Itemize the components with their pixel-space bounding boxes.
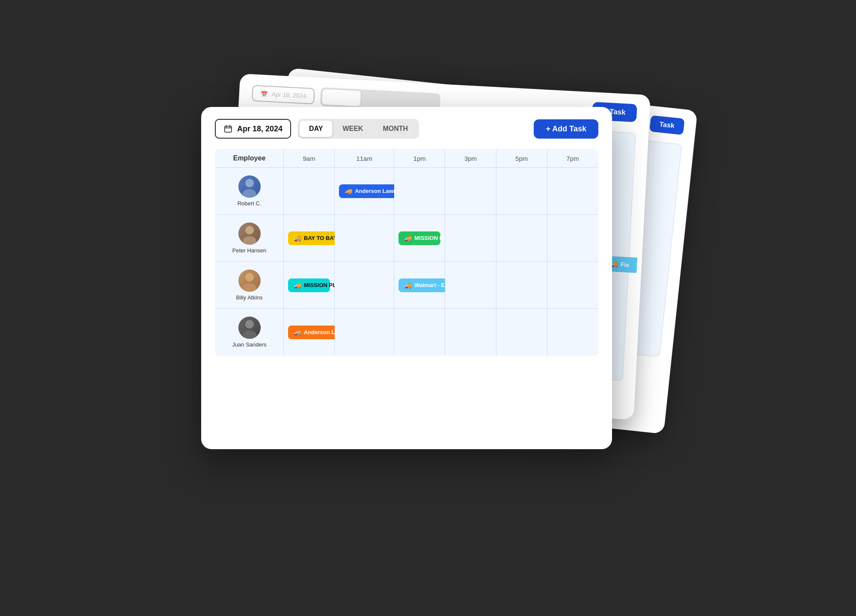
- time-cell-peter-7pm: [547, 215, 598, 262]
- svg-point-7: [243, 236, 256, 245]
- card-front: Apr 18, 2024 DAY WEEK MONTH + Add Task E…: [201, 107, 612, 449]
- header-5pm: 5pm: [496, 149, 547, 168]
- svg-point-9: [243, 283, 256, 292]
- employee-cell-robert: Robert C.: [215, 168, 284, 215]
- time-cell-billy-9am: 🚚 MISSION PL: [284, 262, 335, 309]
- table-row: Peter Hansen 🚚 BAY TO BAY Boat Club 🚚 MI…: [215, 215, 598, 262]
- svg-rect-0: [225, 126, 232, 132]
- header-11am: 11am: [335, 149, 394, 168]
- view-week-button[interactable]: WEEK: [333, 121, 372, 137]
- employee-cell-juan: Juan Sanders: [215, 309, 284, 356]
- time-cell-peter-11am: [335, 215, 394, 262]
- view-month-button[interactable]: MONTH: [373, 121, 417, 137]
- header-1pm: 1pm: [394, 149, 445, 168]
- truck-icon: 🚚: [404, 282, 412, 289]
- time-cell-juan-1pm: [394, 309, 445, 356]
- table-row: Billy Atkins 🚚 MISSION PL 🚚 Walmart - Ed…: [215, 262, 598, 309]
- time-cell-peter-3pm: [445, 215, 496, 262]
- time-cell-billy-1pm: 🚚 Walmart - Eden Prairie - Fix: [394, 262, 445, 309]
- task-pill-mission-billy[interactable]: 🚚 MISSION PL: [288, 278, 330, 292]
- add-task-button[interactable]: + Add Task: [534, 119, 598, 139]
- table-row: Juan Sanders 🚚 Anderson Lawn Maintenance…: [215, 309, 598, 356]
- scene: 📅 Apr 18, 2024 Task 📅 Apr 18, 2024: [193, 73, 663, 543]
- header-employee: Employee: [215, 149, 284, 168]
- truck-icon: 🚚: [294, 329, 301, 336]
- date-value: Apr 18, 2024: [237, 124, 282, 133]
- svg-point-6: [245, 226, 254, 234]
- time-cell-billy-5pm: [496, 262, 547, 309]
- view-day-button[interactable]: DAY: [300, 121, 332, 137]
- avatar-juan: [238, 317, 261, 339]
- time-cell-robert-11am: 🚚 Anderson Lawn Maintenance Inc.: [335, 168, 394, 215]
- header-7pm: 7pm: [547, 149, 598, 168]
- time-cell-billy-11am: [335, 262, 394, 309]
- top-bar: Apr 18, 2024 DAY WEEK MONTH + Add Task: [215, 119, 598, 139]
- employee-name-billy: Billy Atkins: [220, 294, 279, 301]
- view-toggle: DAY WEEK MONTH: [298, 119, 419, 139]
- avatar-billy: [238, 270, 261, 292]
- time-cell-peter-5pm: [496, 215, 547, 262]
- table-header-row: Employee 9am 11am 1pm 3pm 5pm 7pm: [215, 149, 598, 168]
- time-cell-juan-9am: 🚚 Anderson Lawn Maintenance Inc.: [284, 309, 335, 356]
- time-cell-peter-1pm: 🚚 MISSION PL: [394, 215, 445, 262]
- back-add-task-button[interactable]: Task: [649, 115, 685, 135]
- calendar-icon: [223, 124, 233, 133]
- avatar-robert: [238, 175, 261, 198]
- time-cell-billy-7pm: [547, 262, 598, 309]
- svg-point-11: [243, 330, 256, 339]
- employee-name-peter: Peter Hansen: [220, 247, 279, 254]
- time-cell-billy-3pm: [445, 262, 496, 309]
- date-picker[interactable]: Apr 18, 2024: [215, 119, 291, 139]
- svg-point-8: [245, 273, 254, 281]
- time-cell-robert-9am: [284, 168, 335, 215]
- svg-point-4: [245, 179, 254, 187]
- avatar-peter: [238, 222, 261, 245]
- time-cell-robert-3pm: [445, 168, 496, 215]
- time-cell-juan-3pm: [445, 309, 496, 356]
- time-cell-robert-1pm: [394, 168, 445, 215]
- employee-cell-peter: Peter Hansen: [215, 215, 284, 262]
- truck-icon: 🚚: [404, 235, 412, 242]
- time-cell-peter-9am: 🚚 BAY TO BAY Boat Club: [284, 215, 335, 262]
- table-row: Robert C. 🚚 Anderson Lawn Maintenance In…: [215, 168, 598, 215]
- svg-point-5: [243, 189, 256, 198]
- task-pill-mission-peter[interactable]: 🚚 MISSION PL: [398, 231, 440, 245]
- time-cell-juan-11am: [335, 309, 394, 356]
- time-cell-juan-5pm: [496, 309, 547, 356]
- truck-icon: 🚚: [345, 188, 352, 195]
- time-cell-juan-7pm: [547, 309, 598, 356]
- svg-point-10: [245, 320, 254, 329]
- mid-date-picker: 📅 Apr 18, 2024: [252, 85, 315, 105]
- header-3pm: 3pm: [445, 149, 496, 168]
- header-9am: 9am: [284, 149, 335, 168]
- truck-icon: 🚚: [294, 282, 301, 289]
- schedule-table: Employee 9am 11am 1pm 3pm 5pm 7pm: [215, 149, 598, 356]
- time-cell-robert-7pm: [547, 168, 598, 215]
- employee-cell-billy: Billy Atkins: [215, 262, 284, 309]
- employee-name-robert: Robert C.: [220, 200, 279, 207]
- time-cell-robert-5pm: [496, 168, 547, 215]
- truck-icon: 🚚: [294, 235, 301, 242]
- employee-name-juan: Juan Sanders: [220, 341, 279, 348]
